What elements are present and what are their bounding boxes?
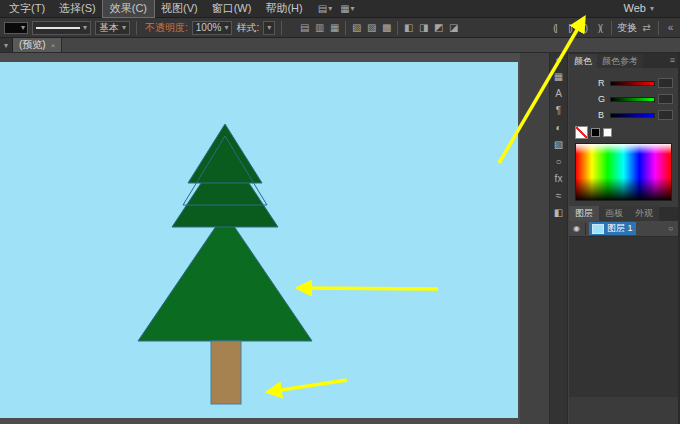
align-right-icon[interactable]: ▦ xyxy=(328,22,341,33)
layers-panel-tabs: 图层 画板 外观 xyxy=(569,207,678,221)
artboard[interactable] xyxy=(0,62,518,418)
color-spectrum[interactable] xyxy=(575,143,672,201)
channel-label-r: R xyxy=(598,78,607,88)
gradient-icon[interactable]: ▧ xyxy=(554,140,563,150)
panel-filler xyxy=(569,237,678,397)
opacity-value: 100% xyxy=(196,22,222,33)
channel-row-blue: B xyxy=(598,110,673,120)
arrange-documents-button[interactable]: ▦ ▾ xyxy=(340,4,354,14)
paragraph-icon[interactable]: ¶ xyxy=(556,106,561,116)
chevron-down-icon: ▾ xyxy=(122,23,126,32)
opacity-label: 不透明度: xyxy=(145,21,188,35)
channel-row-green: G xyxy=(598,94,673,104)
tab-overflow-button[interactable]: ▾ xyxy=(0,38,13,52)
tab-layers[interactable]: 图层 xyxy=(569,206,599,221)
illustrator-window: 文字(T) 选择(S) 效果(C) 视图(V) 窗口(W) 帮助(H) ▤ ▾ … xyxy=(0,0,680,424)
blue-value-field[interactable] xyxy=(658,110,673,120)
none-swatch[interactable] xyxy=(575,126,588,139)
control-bar: ▾ ▾ 基本 ▾ 不透明度: 100% ▾ 样式: ▾ ▤ ▥ ▦ ▧ ▨ ▩ xyxy=(0,18,680,38)
main-area: « ▦ A ¶ ◐ ▧ ○ fx ≈ ◧ 颜色 颜色参考 ≡ R xyxy=(0,53,680,424)
connect-path-icon[interactable]: () xyxy=(579,23,591,33)
shape-mode-minus-icon[interactable]: ◨ xyxy=(417,22,430,33)
menu-item-select[interactable]: 选择(S) xyxy=(52,0,103,17)
style-dropdown[interactable]: ▾ xyxy=(263,21,275,35)
cut-path-icon[interactable]: )( xyxy=(594,23,606,33)
green-value-field[interactable] xyxy=(658,94,673,104)
distribute-right-icon[interactable]: ▩ xyxy=(380,22,393,33)
panel-column: 颜色 颜色参考 ≡ R G B xyxy=(569,53,678,424)
canvas-pasteboard[interactable] xyxy=(0,53,520,424)
distribute-left-icon[interactable]: ▧ xyxy=(350,22,363,33)
chevron-down-icon: ▾ xyxy=(224,23,228,32)
tab-artboards[interactable]: 画板 xyxy=(599,206,629,221)
layer-name: 图层 1 xyxy=(607,222,633,235)
document-icon: ▤ xyxy=(318,4,327,14)
layer-thumbnail xyxy=(592,224,604,234)
align-center-icon[interactable]: ▥ xyxy=(313,22,326,33)
expand-panels-icon[interactable]: « xyxy=(556,55,562,65)
collapse-icon[interactable]: « xyxy=(664,22,677,33)
red-value-field[interactable] xyxy=(658,78,673,88)
edit-path-icon[interactable]: |) xyxy=(564,23,576,33)
transparency-icon[interactable]: ◐ xyxy=(555,123,561,133)
chevron-down-icon: ▾ xyxy=(328,4,332,13)
style-label: 样式: xyxy=(236,21,259,35)
stroke-icon[interactable]: ○ xyxy=(555,157,561,167)
visibility-eye-icon[interactable]: ◉ xyxy=(571,224,582,233)
chevron-down-icon: ▾ xyxy=(267,23,271,32)
panel-menu-icon[interactable]: ≡ xyxy=(670,55,675,65)
menu-item-type[interactable]: 文字(T) xyxy=(2,0,52,17)
symbols-icon[interactable]: ◧ xyxy=(554,208,563,218)
workspace-switcher[interactable]: Web ▾ xyxy=(624,2,654,14)
shape-mode-unite-icon[interactable]: ◧ xyxy=(402,22,415,33)
menu-item-view[interactable]: 视图(V) xyxy=(154,0,205,17)
stroke-profile-dropdown[interactable]: ▾ xyxy=(32,21,91,35)
menu-item-window[interactable]: 窗口(W) xyxy=(205,0,259,17)
white-swatch[interactable] xyxy=(603,128,612,137)
swap-icon[interactable]: ⇄ xyxy=(640,22,653,33)
align-left-icon[interactable]: ▤ xyxy=(298,22,311,33)
green-slider[interactable] xyxy=(610,97,655,102)
brush-definition-dropdown[interactable]: 基本 ▾ xyxy=(95,21,130,35)
panel-dock: « ▦ A ¶ ◐ ▧ ○ fx ≈ ◧ xyxy=(549,53,568,424)
divider xyxy=(585,223,586,235)
isolate-path-icon[interactable]: (| xyxy=(549,23,561,33)
distribute-center-icon[interactable]: ▨ xyxy=(365,22,378,33)
opacity-dropdown[interactable]: 100% ▾ xyxy=(192,21,233,35)
blue-slider[interactable] xyxy=(610,113,655,118)
layer-row[interactable]: ◉ 图层 1 ○ xyxy=(569,221,678,237)
chevron-down-icon: ▾ xyxy=(83,23,87,32)
tab-color[interactable]: 颜色 xyxy=(569,54,597,68)
document-tab[interactable]: (预览) × xyxy=(13,38,62,52)
divider xyxy=(136,21,137,35)
layer-target-icon[interactable]: ○ xyxy=(668,224,673,233)
tab-color-guide[interactable]: 颜色参考 xyxy=(597,54,643,68)
tab-appearance[interactable]: 外观 xyxy=(629,206,659,221)
document-tab-bar: ▾ (预览) × xyxy=(0,38,680,53)
shape-mode-intersect-icon[interactable]: ◩ xyxy=(432,22,445,33)
fill-color-dropdown[interactable]: ▾ xyxy=(4,22,28,34)
menu-item-effect[interactable]: 效果(C) xyxy=(103,0,154,17)
document-tab-label: (预览) xyxy=(19,38,46,52)
panels-icon[interactable]: ▦ xyxy=(554,72,563,82)
menu-item-help[interactable]: 帮助(H) xyxy=(258,0,309,17)
align-panel-icon[interactable]: ≈ xyxy=(556,191,562,201)
red-slider[interactable] xyxy=(610,81,655,86)
chevron-down-icon: ▾ xyxy=(650,4,654,13)
stroke-line-preview xyxy=(36,27,80,29)
right-panel-area: « ▦ A ¶ ◐ ▧ ○ fx ≈ ◧ 颜色 颜色参考 ≡ R xyxy=(520,53,680,424)
chevron-down-icon: ▾ xyxy=(21,23,25,32)
menu-bar: 文字(T) 选择(S) 效果(C) 视图(V) 窗口(W) 帮助(H) ▤ ▾ … xyxy=(0,0,680,18)
type-icon[interactable]: A xyxy=(555,89,562,99)
shape-mode-exclude-icon[interactable]: ◪ xyxy=(447,22,460,33)
divider xyxy=(281,21,282,35)
bridge-button[interactable]: ▤ ▾ xyxy=(318,4,332,14)
close-icon[interactable]: × xyxy=(51,41,56,50)
transform-link[interactable]: 变换 xyxy=(617,21,637,35)
brush-definition-value: 基本 xyxy=(99,21,119,35)
black-swatch[interactable] xyxy=(591,128,600,137)
divider xyxy=(658,21,659,35)
divider xyxy=(397,21,398,35)
channel-label-g: G xyxy=(598,94,607,104)
appearance-icon[interactable]: fx xyxy=(555,174,563,184)
